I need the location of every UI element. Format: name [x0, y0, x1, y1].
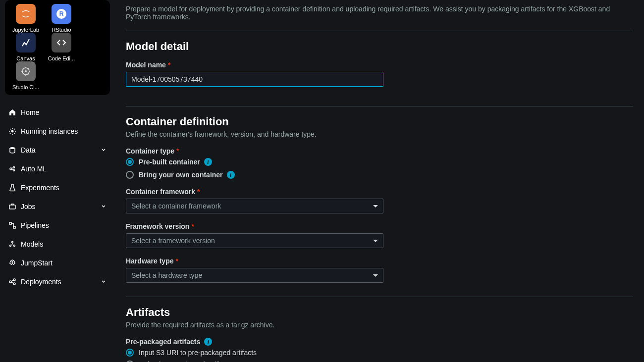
svg-point-5 [10, 147, 15, 149]
svg-rect-9 [9, 205, 15, 209]
nav-label: Deployments [21, 278, 61, 286]
radio-bring-own-container[interactable]: Bring your own container i [126, 171, 383, 179]
field-label: Pre-packaged artifacts i [126, 338, 383, 346]
nav-label: Pipelines [21, 221, 49, 229]
nav-jobs[interactable]: Jobs [5, 197, 110, 216]
field-prepackaged-artifacts: Pre-packaged artifacts i Input S3 URI to… [126, 338, 383, 362]
required-asterisk: * [176, 147, 179, 155]
svg-point-3 [25, 70, 27, 72]
field-container-framework: Container framework* Select a container … [126, 188, 383, 213]
nav-deployments[interactable]: Deployments [5, 272, 110, 291]
nav-data[interactable]: Data [5, 141, 110, 159]
app-jupyterlab[interactable]: JupyterLab [8, 4, 44, 33]
page-description: Prepare a model for deployment by provid… [126, 5, 633, 21]
caret-down-icon [373, 274, 378, 277]
field-label: Framework version* [126, 222, 383, 230]
caret-down-icon [373, 205, 378, 207]
field-label: Model name* [126, 61, 383, 69]
field-label: Container framework* [126, 188, 383, 196]
field-label: Hardware type* [126, 257, 383, 265]
nav-label: Data [21, 146, 36, 154]
info-icon[interactable]: i [227, 171, 235, 179]
select-placeholder: Select a hardware type [131, 271, 202, 279]
app-label: JupyterLab [12, 27, 39, 33]
svg-point-18 [13, 283, 15, 285]
app-code-editor[interactable]: Code Edi... [44, 33, 79, 61]
hardware-type-select[interactable]: Select a hardware type [126, 268, 383, 283]
nav-label: Models [21, 240, 43, 248]
required-asterisk: * [197, 188, 200, 196]
jupyterlab-icon [16, 4, 36, 24]
nav-list: Home Running instances Data Auto ML Expe… [5, 103, 110, 291]
svg-point-17 [13, 279, 15, 281]
canvas-icon [16, 33, 36, 52]
deployments-icon [8, 277, 17, 286]
automl-icon [8, 164, 17, 173]
radio-s3-uri[interactable]: Input S3 URI to pre-packaged artifacts [126, 349, 383, 357]
code-editor-icon [52, 33, 71, 52]
field-container-type: Container type* Pre-built container i Br… [126, 147, 383, 179]
nav-experiments[interactable]: Experiments [5, 178, 110, 197]
nav-running-instances[interactable]: Running instances [5, 122, 110, 141]
svg-point-4 [11, 130, 14, 133]
section-description: Define the container's framework, versio… [126, 130, 633, 138]
svg-point-12 [12, 242, 13, 243]
svg-text:R: R [59, 10, 64, 17]
app-label: RStudio [52, 27, 71, 33]
field-label: Container type* [126, 147, 383, 155]
nav-jumpstart[interactable]: JumpStart [5, 254, 110, 272]
framework-version-select[interactable]: Select a framework version [126, 233, 383, 248]
section-container-definition: Container definition Define the containe… [126, 106, 633, 297]
field-hardware-type: Hardware type* Select a hardware type [126, 257, 383, 283]
section-model-detail: Model detail Model name* [126, 31, 633, 106]
app-rstudio[interactable]: R RStudio [44, 4, 79, 33]
svg-point-16 [9, 281, 11, 283]
flask-icon [8, 183, 17, 192]
app-canvas[interactable]: Canvas [8, 33, 44, 61]
main-content: Prepare a model for deployment by provid… [115, 0, 644, 362]
app-grid: JupyterLab R RStudio Canvas [8, 4, 107, 90]
app-label: Canvas [16, 55, 35, 61]
nav-automl[interactable]: Auto ML [5, 159, 110, 178]
section-title: Artifacts [126, 306, 633, 319]
section-title: Container definition [126, 115, 633, 128]
db-icon [8, 146, 17, 155]
field-framework-version: Framework version* Select a framework ve… [126, 222, 383, 248]
nav-pipelines[interactable]: Pipelines [5, 216, 110, 235]
app-label: Studio Cl... [12, 84, 39, 90]
info-icon[interactable]: i [204, 158, 212, 166]
section-artifacts: Artifacts Provide the required artifacts… [126, 297, 633, 362]
sidebar: JupyterLab R RStudio Canvas [0, 0, 115, 362]
nav-home[interactable]: Home [5, 103, 110, 122]
section-title: Model detail [126, 40, 633, 53]
rocket-icon [8, 259, 17, 267]
app-studio-classic[interactable]: Studio Cl... [8, 61, 44, 90]
nav-label: JumpStart [21, 259, 53, 267]
models-icon [8, 240, 17, 249]
radio-unselected-icon [126, 171, 134, 179]
app-launcher-card: JupyterLab R RStudio Canvas [5, 0, 110, 95]
svg-point-6 [10, 168, 12, 170]
nav-label: Home [21, 108, 39, 116]
nav-label: Running instances [21, 127, 78, 135]
caret-down-icon [373, 240, 378, 242]
nav-label: Jobs [21, 203, 36, 210]
required-asterisk: * [191, 222, 194, 230]
chevron-down-icon [100, 203, 107, 210]
radio-selected-icon [126, 158, 134, 166]
select-placeholder: Select a framework version [131, 237, 215, 245]
info-icon[interactable]: i [204, 338, 212, 346]
briefcase-icon [8, 202, 17, 211]
nav-models[interactable]: Models [5, 235, 110, 254]
gear-icon [8, 127, 17, 136]
container-framework-select[interactable]: Select a container framework [126, 199, 383, 213]
pipelines-icon [8, 221, 17, 230]
radio-label: Bring your own container [139, 171, 223, 179]
model-name-input[interactable] [126, 72, 383, 87]
chevron-down-icon [100, 147, 107, 154]
nav-label: Auto ML [21, 165, 47, 173]
home-icon [8, 108, 17, 117]
studio-classic-icon [16, 61, 36, 81]
chevron-down-icon [100, 278, 107, 285]
radio-prebuilt-container[interactable]: Pre-built container i [126, 158, 383, 166]
